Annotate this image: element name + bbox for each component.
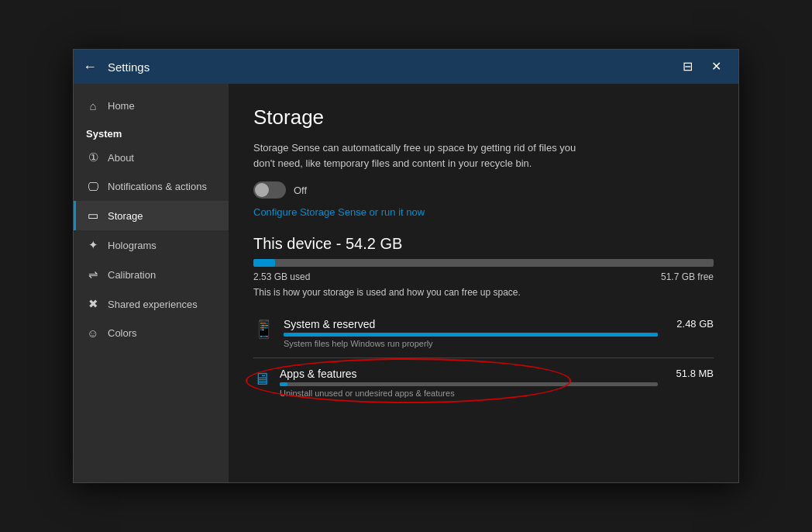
device-section-title: This device - 54.2 GB (253, 235, 714, 253)
sidebar-item-storage[interactable]: ▭ Storage (74, 201, 229, 230)
storage-item-apps[interactable]: 🖥 Apps & features Uninstall unused or un… (253, 361, 714, 404)
sidebar-section-system: System (74, 120, 229, 143)
notifications-icon: 🖵 (86, 180, 100, 193)
storage-labels: 2.53 GB used 51.7 GB free (253, 271, 714, 282)
about-icon: ① (86, 150, 100, 164)
total-storage-bar-container (253, 259, 714, 267)
total-storage-bar-bg (253, 259, 714, 267)
storage-sense-toggle-row: Off (253, 181, 714, 199)
colors-icon: ☺ (86, 326, 100, 340)
system-details: System & reserved System files help Wind… (284, 318, 658, 348)
apps-icon: 🖥 (253, 369, 270, 389)
titlebar-title: Settings (108, 60, 675, 74)
sidebar-item-home[interactable]: ⌂ Home (74, 92, 229, 120)
system-icon: 📱 (253, 320, 274, 340)
storage-sense-toggle[interactable] (253, 181, 286, 199)
divider (253, 358, 714, 358)
maximize-button[interactable]: ⊟ (675, 57, 700, 76)
back-button[interactable]: ← (83, 60, 97, 74)
free-label: 51.7 GB free (661, 271, 714, 282)
used-label: 2.53 GB used (253, 271, 310, 282)
sidebar-item-holograms[interactable]: ✦ Holograms (74, 230, 229, 260)
apps-size: 51.8 MB (667, 368, 714, 379)
sidebar-holograms-label: Holograms (108, 240, 157, 251)
storage-description: Storage Sense can automatically free up … (253, 140, 579, 171)
sidebar-calibration-label: Calibration (108, 269, 156, 281)
sidebar-notifications-label: Notifications & actions (108, 181, 207, 192)
total-storage-bar-fill (253, 259, 275, 267)
sidebar-shared-label: Shared experiences (108, 299, 198, 310)
titlebar: ← Settings ⊟ ✕ (74, 50, 738, 84)
system-size: 2.48 GB (667, 318, 714, 330)
system-bar (284, 333, 658, 337)
holograms-icon: ✦ (86, 238, 100, 252)
system-bar-fill (284, 333, 658, 337)
apps-details: Apps & features Uninstall unused or unde… (280, 368, 658, 398)
apps-bar-fill (280, 382, 287, 386)
sidebar-item-calibration[interactable]: ⇌ Calibration (74, 260, 229, 289)
content-area: ⌂ Home System ① About 🖵 Notifications & … (74, 84, 738, 482)
configure-link[interactable]: Configure Storage Sense or run it now (253, 206, 714, 218)
close-button[interactable]: ✕ (704, 57, 729, 76)
main-content: Storage Storage Sense can automatically … (229, 84, 738, 482)
storage-info: This is how your storage is used and how… (253, 287, 714, 298)
sidebar: ⌂ Home System ① About 🖵 Notifications & … (74, 84, 229, 482)
storage-icon: ▭ (86, 209, 100, 223)
sidebar-item-shared[interactable]: ✖ Shared experiences (74, 289, 229, 319)
sidebar-home-label: Home (108, 100, 135, 112)
sidebar-about-label: About (108, 152, 134, 164)
apps-bar (280, 382, 658, 386)
sidebar-colors-label: Colors (108, 327, 137, 339)
apps-desc: Uninstall unused or undesired apps & fea… (280, 389, 658, 398)
sidebar-item-colors[interactable]: ☺ Colors (74, 319, 229, 347)
page-title: Storage (253, 105, 714, 130)
settings-window: ← Settings ⊟ ✕ ⌂ Home System ① About 🖵 N… (73, 49, 739, 483)
sidebar-item-notifications[interactable]: 🖵 Notifications & actions (74, 172, 229, 201)
toggle-state-label: Off (294, 185, 307, 196)
system-name: System & reserved (284, 318, 658, 330)
system-desc: System files help Windows run properly (284, 339, 658, 348)
sidebar-storage-label: Storage (108, 210, 143, 222)
calibration-icon: ⇌ (86, 268, 100, 282)
home-icon: ⌂ (86, 99, 100, 112)
titlebar-controls: ⊟ ✕ (675, 57, 729, 76)
apps-name: Apps & features (280, 368, 658, 380)
shared-icon: ✖ (86, 297, 100, 311)
storage-item-system[interactable]: 📱 System & reserved System files help Wi… (253, 312, 714, 354)
sidebar-item-about[interactable]: ① About (74, 143, 229, 172)
